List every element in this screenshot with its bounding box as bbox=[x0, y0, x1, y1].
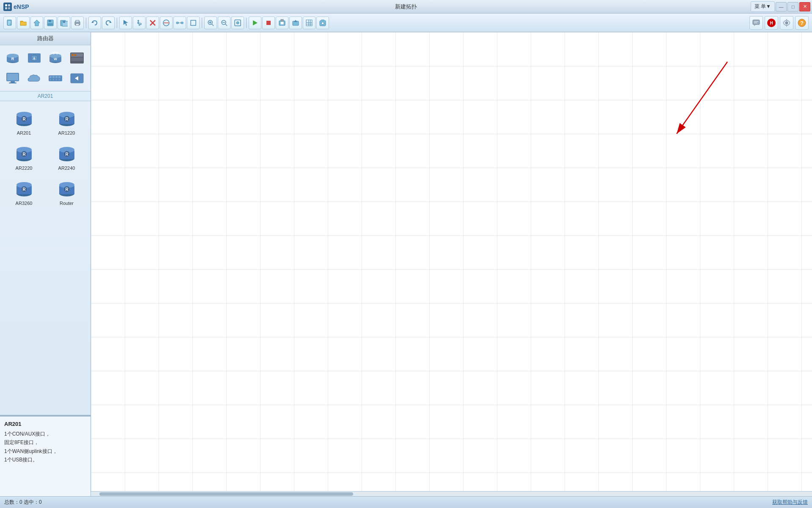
title-bar-controls: 菜 单▼ — □ ✕ bbox=[751, 1, 812, 12]
sidebar-top: 路由器 R bbox=[0, 32, 91, 416]
svg-rect-0 bbox=[5, 4, 7, 6]
print-button[interactable] bbox=[71, 17, 84, 29]
svg-rect-2 bbox=[5, 7, 7, 9]
minimize-button[interactable]: — bbox=[776, 2, 787, 11]
device-type-aggregation[interactable] bbox=[68, 49, 86, 67]
scrollbar-thumb[interactable] bbox=[99, 492, 353, 496]
select-button[interactable] bbox=[119, 17, 132, 29]
device-type-network[interactable]: R bbox=[25, 49, 44, 67]
settings-button[interactable] bbox=[780, 16, 793, 30]
device-type-wireless[interactable]: W bbox=[46, 49, 65, 67]
status-bar: 总数：0 选中：0 获取帮助与反馈 bbox=[0, 496, 812, 508]
app-logo: eNSP bbox=[3, 3, 29, 11]
home-button[interactable] bbox=[30, 17, 43, 29]
zoomout-button[interactable] bbox=[218, 17, 230, 29]
svg-rect-40 bbox=[266, 21, 271, 25]
svg-text:R: R bbox=[11, 57, 14, 61]
device-type-more[interactable] bbox=[68, 69, 86, 88]
saveas-button[interactable] bbox=[58, 17, 70, 29]
zoomin-button[interactable] bbox=[204, 17, 217, 29]
link-button[interactable] bbox=[173, 17, 186, 29]
rect-button[interactable] bbox=[187, 17, 200, 29]
device-list: R AR201 R AR1220 bbox=[0, 101, 91, 212]
svg-rect-76 bbox=[71, 58, 83, 61]
redo-button[interactable] bbox=[102, 17, 115, 29]
import-button[interactable] bbox=[289, 17, 302, 29]
device-label-ar201: AR201 bbox=[17, 130, 31, 135]
maximize-button[interactable]: □ bbox=[787, 2, 798, 11]
snapshot-button[interactable] bbox=[316, 17, 329, 29]
svg-rect-78 bbox=[74, 54, 76, 56]
play-button[interactable] bbox=[249, 17, 261, 29]
canvas-scrollbar[interactable] bbox=[91, 491, 812, 496]
capture-button[interactable] bbox=[276, 17, 288, 29]
pan-button[interactable] bbox=[133, 17, 145, 29]
svg-rect-10 bbox=[49, 20, 51, 22]
close-button[interactable]: ✕ bbox=[799, 2, 810, 11]
svg-rect-17 bbox=[76, 24, 79, 25]
svg-text:R: R bbox=[65, 152, 69, 157]
separator-1 bbox=[86, 18, 86, 28]
svg-rect-52 bbox=[753, 20, 760, 25]
sidebar: 路由器 R bbox=[0, 32, 91, 496]
svg-text:R: R bbox=[22, 117, 26, 121]
delete-button[interactable] bbox=[146, 17, 159, 29]
device-item-ar1220[interactable]: R AR1220 bbox=[47, 105, 86, 137]
toolbar: H ? bbox=[0, 14, 812, 32]
menu-button[interactable]: 菜 单▼ bbox=[751, 1, 775, 12]
svg-line-125 bbox=[677, 62, 727, 134]
svg-rect-14 bbox=[63, 21, 65, 23]
svg-rect-43 bbox=[281, 19, 283, 21]
help-feedback[interactable]: 获取帮助与反馈 bbox=[772, 499, 808, 506]
info-title: AR201 bbox=[4, 421, 86, 427]
svg-rect-16 bbox=[76, 20, 79, 22]
stop-button[interactable] bbox=[262, 17, 275, 29]
sidebar-info-panel: AR201 1个CON/AUX接口， 固定8FE接口， 1个WAN侧uplink… bbox=[0, 416, 91, 496]
svg-rect-81 bbox=[11, 81, 15, 83]
title-bar-left: eNSP bbox=[0, 3, 29, 11]
device-item-ar2220[interactable]: R AR2220 bbox=[4, 141, 44, 172]
open-button[interactable] bbox=[17, 17, 30, 29]
eraser-button[interactable] bbox=[160, 17, 173, 29]
svg-marker-39 bbox=[253, 20, 258, 25]
device-type-router[interactable]: R bbox=[3, 49, 22, 67]
new-button[interactable] bbox=[3, 17, 16, 29]
svg-point-58 bbox=[785, 22, 788, 24]
device-type-monitor[interactable] bbox=[3, 69, 22, 88]
device-label-ar2240: AR2240 bbox=[58, 166, 75, 171]
canvas-area[interactable] bbox=[91, 32, 812, 496]
device-item-ar3260[interactable]: R AR3260 bbox=[4, 176, 44, 207]
separator-2 bbox=[117, 18, 117, 28]
save-button[interactable] bbox=[44, 17, 57, 29]
chat-button[interactable] bbox=[749, 16, 763, 30]
device-item-router[interactable]: R Router bbox=[47, 176, 86, 207]
section-title: 路由器 bbox=[0, 32, 91, 45]
svg-rect-27 bbox=[181, 22, 183, 24]
device-type-switch[interactable] bbox=[46, 69, 65, 88]
separator-3 bbox=[202, 18, 202, 28]
svg-rect-42 bbox=[280, 22, 284, 25]
svg-line-33 bbox=[212, 24, 214, 26]
svg-text:R: R bbox=[65, 117, 69, 121]
svg-rect-86 bbox=[55, 76, 58, 78]
device-item-ar2240[interactable]: R AR2240 bbox=[47, 141, 86, 172]
device-item-ar201[interactable]: R AR201 bbox=[4, 105, 44, 137]
svg-point-51 bbox=[321, 22, 324, 25]
svg-rect-84 bbox=[49, 76, 52, 78]
annotation-arrow bbox=[660, 58, 744, 151]
svg-rect-29 bbox=[191, 20, 196, 25]
grid-button[interactable] bbox=[303, 17, 315, 29]
undo-button[interactable] bbox=[88, 17, 101, 29]
svg-rect-87 bbox=[58, 76, 60, 78]
canvas-grid[interactable] bbox=[91, 32, 812, 496]
device-label-ar2220: AR2220 bbox=[16, 166, 33, 171]
help-button[interactable]: ? bbox=[795, 16, 809, 30]
svg-point-38 bbox=[236, 22, 239, 24]
svg-rect-26 bbox=[176, 22, 178, 24]
svg-rect-77 bbox=[72, 54, 74, 56]
device-type-grid: R R bbox=[0, 45, 91, 91]
fit-button[interactable] bbox=[231, 17, 244, 29]
toolbar-right: H ? bbox=[749, 16, 809, 30]
huawei-button[interactable]: H bbox=[765, 16, 778, 30]
device-type-cloud[interactable] bbox=[25, 69, 44, 88]
